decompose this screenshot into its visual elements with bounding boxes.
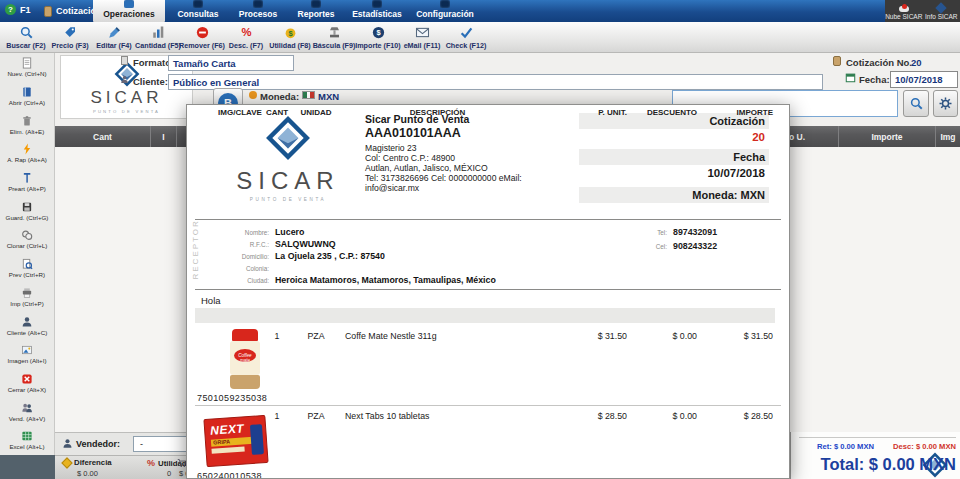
fecha-input[interactable]: 10/07/2018 [890,71,958,88]
discount-icon: % [239,25,254,40]
info-sicar-button[interactable]: Info SICAR [923,0,960,22]
buscar-button[interactable]: Buscar (F2) [4,22,48,52]
help-button[interactable]: ? F1 [5,4,31,15]
sidebar-item-preart[interactable]: Preart (Alt+P) [0,168,54,197]
row-descuento: $ 0.00 [635,411,697,421]
utilidad-value: 0 [167,469,171,478]
formato-input[interactable]: Tamaño Carta [168,55,294,71]
cotizacion-no-value: 20 [911,57,922,68]
email-icon [415,25,430,40]
cantidad-button[interactable]: Cantidad (F5) [136,22,180,52]
tool-label: Precio (F3) [51,41,88,50]
menu-label: Procesos [239,9,277,19]
moneda-label: Moneda: [260,91,299,102]
sidebar-label: A. Rap (Alt+A) [7,156,47,163]
calendar-icon [845,72,856,83]
sidebar-item-imagen[interactable]: Imagen (Alt+I) [0,340,54,369]
nube-sicar-button[interactable]: Nube SICAR [885,0,923,22]
receptor-row-label: Ciudad: [207,277,269,284]
email-button[interactable]: eMail (F11) [400,22,444,52]
precio-button[interactable]: Precio (F3) [48,22,92,52]
check-button[interactable]: Check (F12) [444,22,488,52]
profit-icon: $ [283,25,298,40]
menu-label: Operaciones [103,9,155,19]
wrench-icon [440,0,450,8]
info-sicar-label: Info SICAR [925,13,958,20]
menu-operaciones[interactable]: Operaciones [93,0,165,22]
new-document-icon [21,57,33,69]
brand-tagline: PUNTO DE VENTA [93,109,160,114]
cel-value: 908243322 [673,241,717,251]
menu-procesos[interactable]: Procesos [232,0,284,22]
menu-estadisticas[interactable]: Estadísticas [346,0,408,22]
receptor-row-value: Heroica Matamoros, Matamoros, Tamaulipas… [275,275,496,285]
amount-icon: $ [371,25,386,40]
sicar-diamond-icon [265,115,311,161]
sicar-diamond-icon [936,2,947,13]
grand-total: Total: $ 0.00 MXN [821,455,956,474]
bascula-button[interactable]: Báscula (F9) [312,22,356,52]
sidebar-item-eliminar[interactable]: Elim. (Alt+E) [0,110,54,139]
menu-label: Estadísticas [352,9,402,19]
search-icon [909,96,924,111]
format-icon [121,56,128,65]
quote-number-icon [833,56,841,66]
tool-label: Desc. (F7) [229,41,263,50]
sidebar-item-cerrar[interactable]: Cerrar (Alt+X) [0,369,54,398]
sidebar-label: Clonar (Ctrl+L) [7,242,48,249]
doc-fecha-value: 10/07/2018 [579,167,765,179]
descuento-button[interactable]: % Desc. (F7) [224,22,268,52]
sidebar-item-clonar[interactable]: Clonar (Ctrl+L) [0,225,54,254]
cel-label: Cel: [645,243,667,250]
importe-button[interactable]: $ Importe (F10) [356,22,400,52]
sidebar-label: Preart (Alt+P) [8,185,46,192]
column-header-cant: Cant [55,126,150,147]
sidebar-item-imprimir[interactable]: Imp (Ctrl+P) [0,283,54,312]
doc-col-importe: IMPORTE [705,108,773,117]
printer-icon [21,287,33,299]
menu-configuracion[interactable]: Configuración [412,0,478,22]
search-button[interactable] [903,90,929,117]
tool-label: Báscula (F9) [313,41,356,50]
vendor-icon [62,438,73,449]
help-icon: ? [5,4,16,15]
receipt-icon [44,6,52,17]
menu-consultas[interactable]: Consultas [170,0,226,22]
sidebar-item-abrir[interactable]: Abrir (Ctrl+A) [0,82,54,111]
company-address-line: Col: Centro C.P.: 48900 [365,153,455,163]
sidebar-item-preview[interactable]: Prev (Ctrl+R) [0,254,54,283]
sidebar-label: Imagen (Alt+I) [7,357,46,364]
diferencia-icon [61,457,72,468]
row-cant: 1 [257,331,297,341]
row-importe: $ 31.50 [705,331,773,341]
sidebar-item-nuevo[interactable]: Nuev. (Ctrl+N) [0,53,54,82]
diferencia-value: $ 0.00 [77,469,98,478]
sidebar-label: Guard. (Ctrl+G) [6,214,49,221]
row-unidad: PZA [292,411,340,421]
doc-cotizacion-value: 20 [579,131,765,143]
utilidad-button[interactable]: $ Utilidad (F8) [268,22,312,52]
report-icon [311,0,321,8]
company-address-line: Tel: 3173826696 Cel: 0000000000 eMail: [365,173,522,183]
sidebar-item-guardar[interactable]: Guard. (Ctrl+G) [0,196,54,225]
brand-tagline: PUNTO DE VENTA [223,197,353,202]
row-descuento: $ 0.00 [635,331,697,341]
sidebar-item-excel[interactable]: Excel (Alt+L) [0,426,54,455]
company-address-line: info@sicar.mx [365,183,419,193]
doc-col-descripcion: DESCRIPCIÓN [345,108,530,117]
settings-button[interactable] [933,90,958,117]
menu-reportes[interactable]: Reportes [290,0,342,22]
price-tag-icon [63,25,78,40]
sidebar-item-agregado-rapido[interactable]: A. Rap (Alt+A) [0,139,54,168]
search-icon [19,25,34,40]
sidebar-item-vendedores[interactable]: Vend. (Alt+V) [0,397,54,426]
editar-button[interactable]: Editar (F4) [92,22,136,52]
tool-label: Utilidad (F8) [269,41,311,50]
chart-icon [372,0,382,8]
remover-button[interactable]: Remover (F6) [180,22,224,52]
menu-label: Configuración [416,9,474,19]
cliente-input[interactable]: Público en General [168,74,823,90]
quote-note: Hola [201,295,221,306]
sidebar-item-cliente[interactable]: Cliente (Alt+C) [0,311,54,340]
sicar-app-window: ? F1 Cotización Operaciones Consultas Pr… [0,0,960,479]
